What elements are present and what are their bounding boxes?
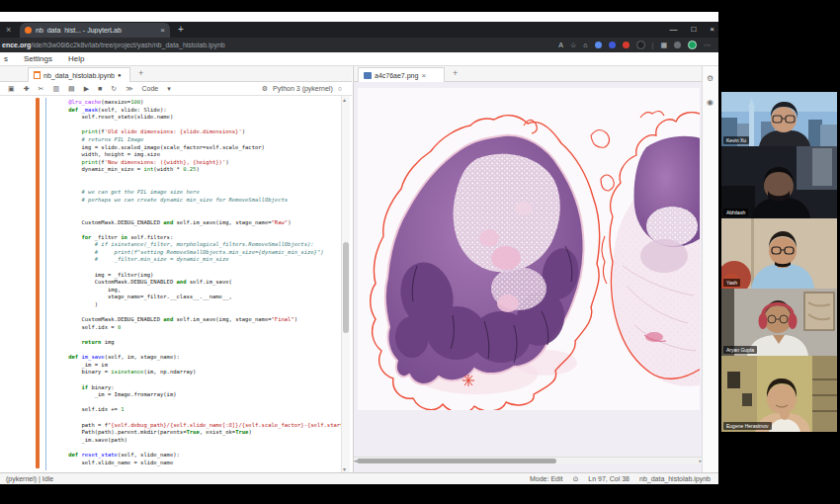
jupyterlab-statusbar: (pykernel) | Idle Mode: Edit ⊙ Ln 97, Co… xyxy=(0,472,718,484)
new-notebook-tab-button[interactable]: + xyxy=(138,68,143,78)
notebook-icon xyxy=(34,71,41,79)
participant-video-5[interactable]: Eugene Herasimov xyxy=(721,356,837,432)
browser-url-bar[interactable]: ence.org/ide/h3w06i6c2k8v/lab/tree/proje… xyxy=(0,38,718,52)
participant-name: Yash xyxy=(723,279,740,287)
image-file-tab[interactable]: a4c76ae7.png × xyxy=(358,67,445,82)
tab-close-icon[interactable]: × xyxy=(160,26,165,35)
extensions-menu-icon[interactable]: ▦ xyxy=(660,38,667,52)
image-viewer-panel: a4c76ae7.png × + xyxy=(353,66,702,472)
histology-slide-image xyxy=(358,88,700,410)
extension-icon[interactable] xyxy=(623,42,630,48)
kernel-status-text[interactable]: (pykernel) | Idle xyxy=(6,475,53,482)
extension-icon[interactable] xyxy=(609,42,616,48)
viewer-tabbar: a4c76ae7.png × + xyxy=(354,66,702,82)
active-cell-indicator[interactable] xyxy=(36,98,40,468)
menu-item-cropped[interactable]: s xyxy=(4,54,8,63)
participant-video-2[interactable]: Abhilash xyxy=(721,146,837,218)
read-aloud-icon[interactable]: A xyxy=(558,38,563,52)
notebook-toolbar: ▣ ✚ ✂ ▥ ▤ ▶ ■ ↻ ≫ Code ▾ ⚙ Python 3 (pyk… xyxy=(0,82,352,96)
participant-video-3[interactable]: Yash xyxy=(721,218,837,289)
extension-icon[interactable] xyxy=(636,41,645,49)
mode-indicator[interactable]: Mode: Edit xyxy=(530,475,562,482)
notebook-panel: nb_data_histolab.ipynb ● + ▣ ✚ ✂ ▥ ▤ ▶ ■… xyxy=(0,66,352,472)
browser-new-tab-button[interactable]: + xyxy=(178,24,184,36)
participant-name: Abhilash xyxy=(723,209,748,216)
browser-menu-icon[interactable]: ⋯ xyxy=(704,38,711,52)
new-viewer-tab-button[interactable]: + xyxy=(453,68,458,78)
code-area[interactable]: @lru_cache(maxsize=100) def _mask(self, … xyxy=(55,99,339,466)
image-file-icon xyxy=(364,72,372,79)
paste-cell-icon[interactable]: ▤ xyxy=(68,82,75,96)
copy-cell-icon[interactable]: ▥ xyxy=(52,82,59,96)
notebook-file-tab[interactable]: nb_data_histolab.ipynb ● xyxy=(28,67,130,82)
participant-name: Aryan Gupta xyxy=(723,346,757,354)
kernel-status-icon: ○ xyxy=(338,82,342,96)
jupyterlab-menubar: s Settings Help xyxy=(0,52,718,66)
url-text: ence.org/ide/h3w06i6c2k8v/lab/tree/proje… xyxy=(2,42,225,48)
scrollbar-thumb[interactable] xyxy=(357,459,556,463)
viewer-horizontal-scrollbar[interactable]: ◂ ▸ xyxy=(354,457,703,464)
viewer-content[interactable]: ◂ ▸ xyxy=(354,82,703,464)
screen-share-region: × nb_data_hist... - JupyterLab × + — □ ×… xyxy=(0,12,718,484)
browser-active-tab[interactable]: nb_data_hist... - JupyterLab × xyxy=(20,23,170,38)
favorites-icon[interactable]: ☆ xyxy=(570,38,576,52)
bell-icon[interactable]: ⊙ xyxy=(572,475,578,483)
extension-icon[interactable] xyxy=(595,42,602,48)
debugger-icon[interactable]: ⚙ xyxy=(262,82,268,96)
window-minimize-button[interactable]: — xyxy=(669,23,677,37)
divider: | xyxy=(652,42,654,48)
chevron-down-icon: ▾ xyxy=(167,82,171,96)
stop-kernel-icon[interactable]: ■ xyxy=(98,82,102,96)
browser-tab-title: nb_data_hist... - JupyterLab xyxy=(36,27,156,34)
restart-run-all-icon[interactable]: ≫ xyxy=(126,82,132,96)
scroll-up-icon[interactable]: ▴ xyxy=(343,96,346,103)
cropped-tab-close-icon[interactable]: × xyxy=(6,24,11,36)
notebook-vertical-scrollbar[interactable]: ▴ ▾ xyxy=(341,96,350,472)
add-cell-icon[interactable]: ✚ xyxy=(24,82,30,96)
browser-tab-strip: × nb_data_hist... - JupyterLab × + — □ × xyxy=(0,22,718,38)
participant-name: Eugene Herasimov xyxy=(723,422,772,430)
cursor-position[interactable]: Ln 97, Col 38 xyxy=(588,475,630,482)
account-avatar[interactable] xyxy=(688,41,697,49)
notebook-cell-area[interactable]: @lru_cache(maxsize=100) def _mask(self, … xyxy=(0,96,352,472)
cut-cell-icon[interactable]: ✂ xyxy=(39,82,44,96)
scrollbar-thumb[interactable] xyxy=(343,242,349,333)
window-close-button[interactable]: × xyxy=(710,23,714,37)
right-sidebar-strip: ⚙ ◉ xyxy=(702,66,718,472)
restart-kernel-icon[interactable]: ↻ xyxy=(111,82,117,96)
kernel-name[interactable]: Python 3 (pykernel) xyxy=(273,85,333,92)
run-cell-icon[interactable]: ▶ xyxy=(84,82,89,96)
statusbar-filename: nb_data_histolab.ipynb xyxy=(639,475,711,482)
property-inspector-icon[interactable]: ⚙ xyxy=(707,74,714,83)
window-maximize-button[interactable]: □ xyxy=(691,23,696,37)
scroll-down-icon[interactable]: ▾ xyxy=(343,465,346,472)
menu-item-help[interactable]: Help xyxy=(68,54,84,63)
unsaved-dot-icon[interactable]: ● xyxy=(118,72,122,78)
code-cell[interactable]: @lru_cache(maxsize=100) def _mask(self, … xyxy=(45,98,342,470)
image-tab-label: a4c76ae7.png xyxy=(375,72,418,79)
save-icon[interactable]: ▣ xyxy=(8,82,15,96)
jupyterlab-workspace: nb_data_histolab.ipynb ● + ▣ ✚ ✂ ▥ ▤ ▶ ■… xyxy=(0,66,718,472)
cell-type-select[interactable]: Code xyxy=(141,85,158,92)
debugger-panel-icon[interactable]: ◉ xyxy=(707,98,714,107)
profile-icon[interactable] xyxy=(674,42,681,48)
tab-close-icon[interactable]: × xyxy=(421,71,426,80)
notebook-tab-label: nb_data_histolab.ipynb xyxy=(43,72,115,79)
participant-video-1[interactable]: Kevin Xu xyxy=(721,92,837,146)
notebook-tabbar: nb_data_histolab.ipynb ● + xyxy=(0,66,352,82)
jupyter-favicon-icon xyxy=(25,27,32,34)
participant-video-4[interactable]: Aryan Gupta xyxy=(721,289,837,356)
menu-item-settings[interactable]: Settings xyxy=(24,54,52,63)
collections-icon[interactable]: ⌂ xyxy=(583,38,587,52)
participant-name: Kevin Xu xyxy=(723,136,749,144)
